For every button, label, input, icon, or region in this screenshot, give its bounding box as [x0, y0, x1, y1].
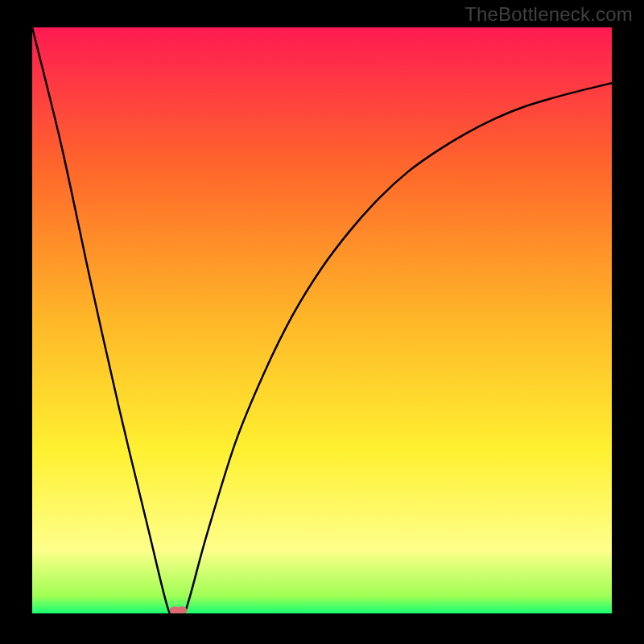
plot-svg — [32, 27, 612, 613]
chart-frame: TheBottleneck.com — [0, 0, 644, 644]
gradient-rect — [32, 27, 612, 613]
watermark-text: TheBottleneck.com — [464, 3, 633, 26]
plot-area — [32, 27, 612, 613]
marker-group — [170, 606, 188, 613]
